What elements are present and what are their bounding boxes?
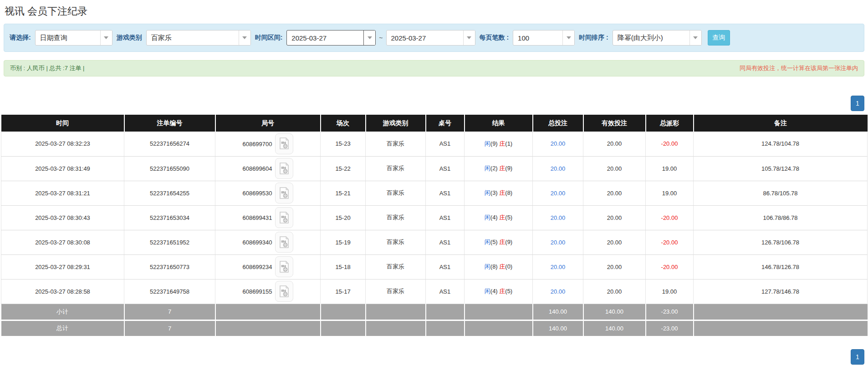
chevron-down-icon[interactable] xyxy=(363,30,375,45)
video-replay-button[interactable] xyxy=(275,207,293,228)
page-1-button[interactable]: 1 xyxy=(851,96,864,111)
page-size-select[interactable]: 100 xyxy=(513,30,575,46)
query-button[interactable]: 查询 xyxy=(708,30,730,46)
cell-result: 闲(3) 庄(8) xyxy=(465,181,533,205)
date-from-value: 2025-03-27 xyxy=(287,30,363,45)
subtotal-row-empty xyxy=(426,304,465,320)
result-player-score: (3) xyxy=(490,189,500,196)
total-bet-link[interactable]: 20.00 xyxy=(551,165,566,172)
result-banker-score: (9) xyxy=(505,239,512,245)
column-header-4: 游戏类别 xyxy=(366,115,426,132)
cell-remark: 126.78/106.78 xyxy=(694,230,868,254)
cell-total-bet: 20.00 xyxy=(533,279,583,304)
video-file-icon xyxy=(279,285,289,298)
cell-remark: 124.78/104.78 xyxy=(694,132,868,156)
cell-table-no: AS1 xyxy=(426,156,465,181)
video-replay-button[interactable] xyxy=(275,232,293,253)
result-banker-score: (8) xyxy=(505,189,512,196)
grand-total-row-payout: -23.00 xyxy=(646,320,694,336)
cell-game-type: 百家乐 xyxy=(366,156,426,181)
total-bet-link[interactable]: 20.00 xyxy=(551,140,566,147)
cell-valid-bet: 20.00 xyxy=(583,156,646,181)
page-size-label: 每页笔数 : xyxy=(480,34,509,42)
pagination-top: 1 xyxy=(0,96,864,111)
date-from-select[interactable]: 2025-03-27 xyxy=(286,30,376,46)
table-row: 2025-03-27 08:31:49522371655090608699604… xyxy=(1,156,868,181)
cell-time: 2025-03-27 08:30:08 xyxy=(1,230,124,254)
subtotal-row-empty xyxy=(465,304,533,320)
column-header-0: 时间 xyxy=(1,115,124,132)
video-file-icon xyxy=(279,137,289,150)
cell-time: 2025-03-27 08:29:31 xyxy=(1,254,124,279)
time-sort-select[interactable]: 降幂(由大到小) xyxy=(613,30,702,46)
cell-session: 15-20 xyxy=(321,205,366,230)
filter-bar: 请选择: 日期查询 游戏类别 百家乐 时间区间: 2025-03-27 ~ 20… xyxy=(4,24,864,52)
game-type-value: 百家乐 xyxy=(147,30,239,45)
page-size-value: 100 xyxy=(513,30,562,45)
video-replay-button[interactable] xyxy=(275,158,293,179)
round-number: 608699340 xyxy=(242,239,272,246)
page-1-button[interactable]: 1 xyxy=(851,349,864,365)
cell-payout: 19.00 xyxy=(646,156,694,181)
result-player: 闲 xyxy=(485,140,490,147)
date-to-select[interactable]: 2025-03-27 xyxy=(386,30,475,46)
cell-game-type: 百家乐 xyxy=(366,279,426,304)
result-player-score: (2) xyxy=(490,165,500,172)
cell-total-bet: 20.00 xyxy=(533,132,583,156)
result-banker-score: (9) xyxy=(505,165,512,172)
video-replay-button[interactable] xyxy=(275,256,293,277)
total-bet-link[interactable]: 20.00 xyxy=(551,214,566,221)
total-bet-link[interactable]: 20.00 xyxy=(551,264,566,270)
cell-time: 2025-03-27 08:31:21 xyxy=(1,181,124,205)
chevron-down-icon[interactable] xyxy=(463,30,475,45)
time-sort-value: 降幂(由大到小) xyxy=(613,30,689,45)
cell-bet-id: 522371649758 xyxy=(124,279,215,304)
chevron-down-icon[interactable] xyxy=(239,30,250,45)
subtotal-row-label: 小计 xyxy=(1,304,124,320)
betting-records-table: 时间注单编号局号场次游戏类别桌号结果总投注有效投注总派彩备注 2025-03-2… xyxy=(1,115,868,337)
cell-table-no: AS1 xyxy=(426,205,465,230)
total-bet-link[interactable]: 20.00 xyxy=(551,190,566,197)
result-banker-score: (5) xyxy=(505,288,512,295)
query-type-select[interactable]: 日期查询 xyxy=(35,30,112,46)
cell-remark: 105.78/124.78 xyxy=(694,156,868,181)
column-header-3: 场次 xyxy=(321,115,366,132)
subtotal-row-remark xyxy=(694,304,868,320)
cell-total-bet: 20.00 xyxy=(533,230,583,254)
cell-table-no: AS1 xyxy=(426,230,465,254)
column-header-1: 注单编号 xyxy=(124,115,215,132)
chevron-down-icon[interactable] xyxy=(689,30,701,45)
chevron-down-icon[interactable] xyxy=(100,30,112,45)
total-bet-link[interactable]: 20.00 xyxy=(551,239,566,246)
cell-bet-id: 522371653034 xyxy=(124,205,215,230)
time-sort-label: 时间排序 : xyxy=(579,34,608,42)
table-row: 2025-03-27 08:30:08522371651952608699340… xyxy=(1,230,868,254)
table-row: 2025-03-27 08:28:58522371649758608699155… xyxy=(1,279,868,304)
result-banker: 庄 xyxy=(499,140,505,147)
cell-payout: -20.00 xyxy=(646,205,694,230)
grand-total-row-empty xyxy=(465,320,533,336)
round-number: 608699700 xyxy=(242,140,272,147)
total-bet-link[interactable]: 20.00 xyxy=(551,288,566,295)
cell-total-bet: 20.00 xyxy=(533,156,583,181)
summary-bar: 币别 : 人民币 | 总共 :7 注单 | 同局有效投注，统一计算在该局第一张注… xyxy=(4,60,864,76)
result-player: 闲 xyxy=(485,165,490,172)
round-number: 608699604 xyxy=(242,165,272,172)
chevron-down-icon[interactable] xyxy=(562,30,574,45)
cell-table-no: AS1 xyxy=(426,181,465,205)
video-replay-button[interactable] xyxy=(275,281,293,302)
currency-total-text: 币别 : 人民币 | 总共 :7 注单 | xyxy=(10,64,85,72)
table-header-row: 时间注单编号局号场次游戏类别桌号结果总投注有效投注总派彩备注 xyxy=(1,115,868,132)
video-file-icon xyxy=(279,236,289,249)
game-type-select[interactable]: 百家乐 xyxy=(146,30,251,46)
video-replay-button[interactable] xyxy=(275,183,293,203)
video-replay-button[interactable] xyxy=(275,133,293,154)
cell-game-type: 百家乐 xyxy=(366,205,426,230)
cell-valid-bet: 20.00 xyxy=(583,230,646,254)
grand-total-row-total-bet: 140.00 xyxy=(533,320,583,336)
result-player: 闲 xyxy=(485,288,490,295)
cell-remark: 86.78/105.78 xyxy=(694,181,868,205)
subtotal-row-empty xyxy=(215,304,321,320)
grand-total-row-empty xyxy=(215,320,321,336)
cell-total-bet: 20.00 xyxy=(533,254,583,279)
